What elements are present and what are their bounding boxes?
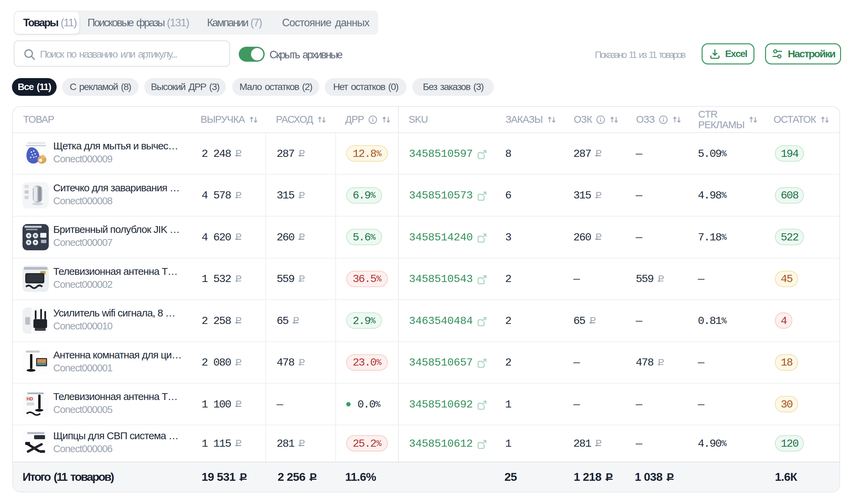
svg-text:HD: HD — [27, 396, 33, 401]
